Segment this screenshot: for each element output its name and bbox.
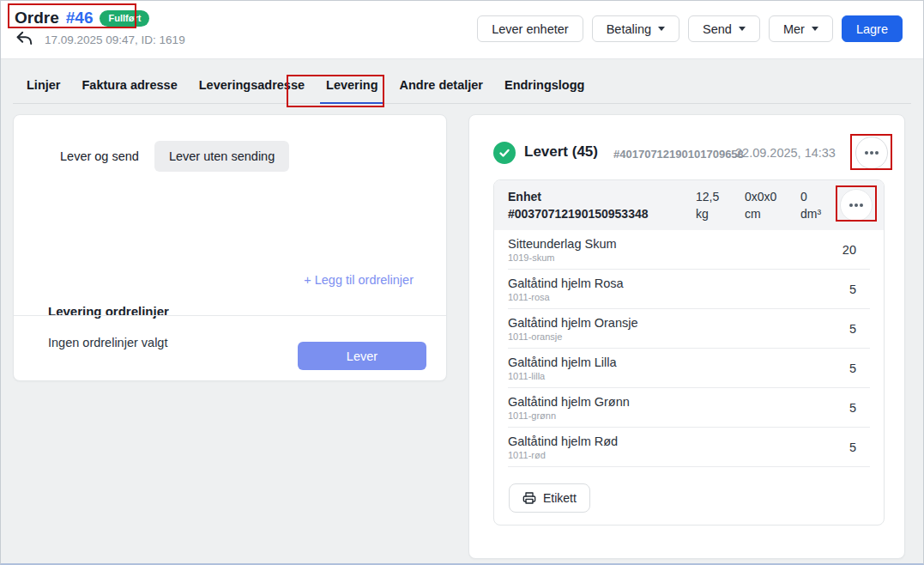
add-order-lines-link[interactable]: + Legg til ordrelinjer xyxy=(304,273,414,287)
unit-volume: 0 dm³ xyxy=(800,188,821,222)
unit-title-line2: #00370712190150953348 xyxy=(508,205,649,222)
card-footer-divider xyxy=(14,315,446,316)
header-actions: Lever enheter Betaling Send Mer Lagre xyxy=(477,15,903,42)
no-order-lines-text: Ingen ordrelinjer valgt xyxy=(48,336,167,349)
line-item-sku: 1011-rød xyxy=(508,450,618,460)
page-header: Ordre #46 Fullført 17.09.2025 09:47, ID:… xyxy=(1,1,923,59)
line-item-text: Galtåtind hjelm Lilla 1011-lilla xyxy=(508,355,617,381)
table-row: Galtåtind hjelm Oransje 1011-oransje 5 xyxy=(508,309,870,349)
line-item-name: Sitteunderlag Skum xyxy=(508,237,617,251)
unit-volume-value: 0 xyxy=(800,188,821,205)
more-label: Mer xyxy=(783,22,805,36)
unit-weight: 12,5 kg xyxy=(696,188,719,222)
order-meta: 17.09.2025 09:47, ID: 1619 xyxy=(45,33,185,46)
unit-weight-value: 12,5 xyxy=(696,188,719,205)
payment-label: Betaling xyxy=(607,22,651,36)
line-item-qty: 5 xyxy=(849,440,856,454)
line-item-name: Galtåtind hjelm Oransje xyxy=(508,316,638,330)
delivery-mode-toggle: Lever og send Lever uten sending xyxy=(48,141,289,172)
order-title-row: Ordre #46 Fullført xyxy=(15,9,149,27)
order-lines-section-title: Levering ordrelinjer xyxy=(48,304,169,319)
line-item-sku: 1011-oransje xyxy=(508,331,638,342)
unit-weight-unit: kg xyxy=(696,205,719,222)
line-item-qty: 5 xyxy=(849,401,856,415)
delivered-status-title: Levert (45) xyxy=(524,143,598,161)
line-item-name: Galtåtind hjelm Rød xyxy=(508,434,618,448)
unit-header: Enhet #00370712190150953348 12,5 kg 0x0x… xyxy=(494,180,884,230)
unit-title-line1: Enhet xyxy=(508,188,649,205)
ellipsis-icon xyxy=(865,151,879,155)
unit-dimensions: 0x0x0 cm xyxy=(745,188,776,222)
tab-andre-detaljer[interactable]: Andre detaljer xyxy=(399,73,483,103)
delivered-shipment-card: Levert (45) #40170712190101709658 22.09.… xyxy=(468,114,905,559)
status-badge: Fullført xyxy=(100,10,149,27)
line-item-name: Galtåtind hjelm Lilla xyxy=(508,355,617,369)
line-item-sku: 1019-skum xyxy=(508,252,617,263)
label-button-text: Etikett xyxy=(543,491,577,505)
caret-down-icon xyxy=(658,27,665,31)
more-dropdown-button[interactable]: Mer xyxy=(769,15,833,42)
tab-endringslogg[interactable]: Endringslogg xyxy=(504,73,584,103)
back-row: 17.09.2025 09:47, ID: 1619 xyxy=(14,29,185,50)
ellipsis-icon xyxy=(849,204,863,207)
table-row: Galtåtind hjelm Grønn 1011-grønn 5 xyxy=(508,388,870,428)
payment-dropdown-button[interactable]: Betaling xyxy=(592,15,679,42)
label-button[interactable]: Etikett xyxy=(509,483,590,513)
line-item-text: Sitteunderlag Skum 1019-skum xyxy=(508,237,617,263)
tab-linjer[interactable]: Linjer xyxy=(27,73,60,103)
caret-down-icon xyxy=(812,27,818,31)
table-row: Galtåtind hjelm Rosa 1011-rosa 5 xyxy=(508,270,870,309)
table-row: Galtåtind hjelm Rød 1011-rød 5 xyxy=(508,428,870,467)
line-item-text: Galtåtind hjelm Oransje 1011-oransje xyxy=(508,316,638,342)
table-row: Galtåtind hjelm Lilla 1011-lilla 5 xyxy=(508,349,870,388)
deliver-button[interactable]: Lever xyxy=(298,342,426,370)
line-item-qty: 20 xyxy=(842,243,856,257)
save-label: Lagre xyxy=(856,22,888,36)
unit-dimensions-unit: cm xyxy=(745,205,776,222)
line-item-text: Galtåtind hjelm Rød 1011-rød xyxy=(508,434,618,460)
unit-line-items: Sitteunderlag Skum 1019-skum 20 Galtåtin… xyxy=(494,230,884,467)
tracking-number: #40170712190101709658 xyxy=(613,148,744,161)
unit-volume-unit: dm³ xyxy=(800,205,821,222)
unit-menu-button[interactable] xyxy=(840,189,873,222)
line-item-name: Galtåtind hjelm Grønn xyxy=(508,395,630,409)
toggle-deliver-and-send[interactable]: Lever og send xyxy=(48,141,151,172)
printer-icon xyxy=(522,491,536,505)
delivered-check-icon xyxy=(493,142,516,164)
tab-faktura-adresse[interactable]: Faktura adresse xyxy=(82,73,177,103)
toggle-deliver-without-shipping[interactable]: Lever uten sending xyxy=(154,141,289,172)
back-arrow-icon xyxy=(15,30,33,49)
line-item-sku: 1011-lilla xyxy=(508,371,617,381)
line-item-sku: 1011-rosa xyxy=(508,292,624,302)
deliver-units-label: Lever enheter xyxy=(492,22,568,36)
send-dropdown-button[interactable]: Send xyxy=(688,15,760,42)
tab-levering[interactable]: Levering xyxy=(326,73,377,103)
order-window: Ordre #46 Fullført 17.09.2025 09:47, ID:… xyxy=(0,0,924,565)
delivery-form-card: Lever og send Lever uten sending Leverin… xyxy=(13,114,447,381)
save-button[interactable]: Lagre xyxy=(842,15,903,42)
send-label: Send xyxy=(703,22,732,36)
line-item-text: Galtåtind hjelm Rosa 1011-rosa xyxy=(508,276,624,302)
line-item-qty: 5 xyxy=(849,322,856,336)
line-item-text: Galtåtind hjelm Grønn 1011-grønn xyxy=(508,395,630,421)
line-item-name: Galtåtind hjelm Rosa xyxy=(508,276,624,290)
shipment-menu-button[interactable] xyxy=(855,137,888,169)
table-row: Sitteunderlag Skum 1019-skum 20 xyxy=(508,230,870,270)
tab-bar: Linjer Faktura adresse Leveringsadresse … xyxy=(13,73,911,104)
page-title: Ordre xyxy=(15,9,59,27)
deliver-units-button[interactable]: Lever enheter xyxy=(477,15,583,42)
tab-leveringsadresse[interactable]: Leveringsadresse xyxy=(199,73,305,103)
order-number: #46 xyxy=(66,9,94,27)
unit-dimensions-value: 0x0x0 xyxy=(745,188,776,205)
line-item-qty: 5 xyxy=(849,361,856,375)
caret-down-icon xyxy=(739,27,746,31)
line-item-qty: 5 xyxy=(849,282,856,296)
delivered-timestamp: 22.09.2025, 14:33 xyxy=(735,146,836,160)
back-button[interactable] xyxy=(14,29,34,50)
unit-box: Enhet #00370712190150953348 12,5 kg 0x0x… xyxy=(493,179,885,526)
line-item-sku: 1011-grønn xyxy=(508,410,630,421)
unit-title: Enhet #00370712190150953348 xyxy=(508,188,649,222)
